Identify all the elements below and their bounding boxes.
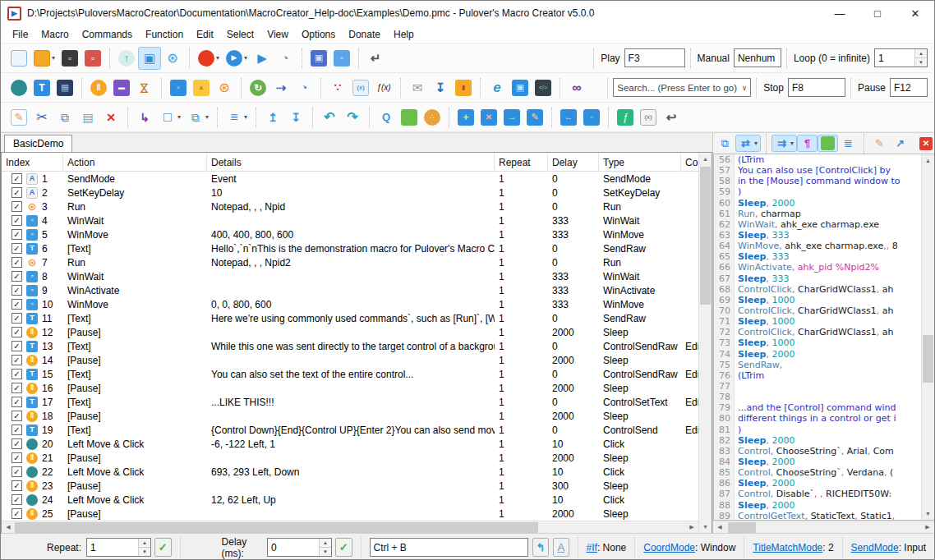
gui-window-button[interactable]: ▣ bbox=[509, 76, 532, 99]
row-checkbox[interactable]: ✓ bbox=[12, 257, 22, 268]
play-hotkey-input[interactable] bbox=[624, 48, 685, 67]
table-row[interactable]: ✓T17[Text]...LIKE THIS!!!10ControlSetTex… bbox=[2, 395, 698, 409]
export-macro-button[interactable]: ↑ bbox=[115, 47, 138, 70]
keyboard-button[interactable]: ▦ bbox=[53, 76, 76, 99]
row-checkbox[interactable]: ✓ bbox=[12, 173, 22, 184]
email-button[interactable]: ✉ bbox=[406, 76, 429, 99]
delete-button[interactable]: ✕ bbox=[99, 106, 122, 129]
loop-input[interactable] bbox=[875, 49, 914, 67]
table-row[interactable]: ✓T13[Text]While this one was sent direct… bbox=[2, 339, 698, 353]
window-command-button[interactable]: ▫ bbox=[167, 76, 190, 99]
status-link-titlematchmode[interactable]: TitleMatchMode bbox=[753, 542, 822, 553]
variables-lock-button[interactable]: (x) bbox=[637, 106, 660, 129]
wrap-lines-button[interactable]: ≣ bbox=[838, 135, 859, 152]
row-checkbox[interactable]: ✓ bbox=[12, 369, 22, 379]
table-row[interactable]: ✓‖21[Pause]12000Sleep bbox=[2, 451, 698, 465]
function-button[interactable]: ƒ(x) bbox=[372, 76, 395, 99]
row-checkbox[interactable]: ✓ bbox=[12, 508, 22, 519]
row-checkbox[interactable]: ✓ bbox=[12, 271, 22, 282]
palette-button[interactable]: ∴ bbox=[421, 106, 444, 129]
show-comments-button[interactable] bbox=[818, 135, 838, 152]
row-checkbox[interactable]: ✓ bbox=[12, 494, 22, 505]
table-row[interactable]: ✓⊛3RunNotepad, , , Npid10Run bbox=[2, 200, 698, 213]
dropdown-caret-icon[interactable]: ▾ bbox=[790, 140, 794, 147]
column-header-type[interactable]: Type bbox=[599, 153, 681, 172]
apply-repeat-button[interactable]: ✓ bbox=[154, 538, 172, 557]
table-row[interactable]: ✓‖16[Pause]12000Sleep bbox=[2, 381, 698, 395]
table-horizontal-scrollbar[interactable]: ◀ ▶ bbox=[2, 521, 698, 533]
code-panel-close-button[interactable]: ✕ bbox=[919, 137, 933, 150]
loop-spin-buttons[interactable]: ▲ ▼ bbox=[914, 49, 927, 67]
table-row[interactable]: ✓▫8WinWait1333WinWait bbox=[2, 269, 698, 283]
row-checkbox[interactable]: ✓ bbox=[12, 313, 22, 324]
window-back-button[interactable]: ← bbox=[557, 106, 580, 129]
chevron-down-icon[interactable]: ∨ bbox=[742, 84, 748, 92]
if-else-button[interactable]: ∵ bbox=[326, 76, 349, 99]
scroll-down-icon[interactable]: ▼ bbox=[922, 507, 934, 520]
repeat-input[interactable] bbox=[87, 539, 138, 556]
dropdown-caret-icon[interactable]: ▾ bbox=[52, 54, 55, 62]
text-hotkey-button[interactable]: A bbox=[553, 538, 569, 557]
restore-button[interactable]: ↩ bbox=[660, 106, 683, 129]
code-area[interactable]: 56(LTrim57You can also use [ControlClick… bbox=[714, 154, 921, 520]
scroll-up-icon[interactable]: ▲ bbox=[699, 153, 712, 165]
minimize-button[interactable]: — bbox=[821, 1, 859, 25]
image-search-button[interactable]: ▲ bbox=[190, 76, 213, 99]
table-row[interactable]: ✓▫10WinMove0, 0, 800, 6001333WinMove bbox=[2, 297, 698, 311]
repeat-spinner[interactable]: ▲ ▼ bbox=[86, 538, 151, 557]
send-keys-button[interactable]: ↵ bbox=[364, 47, 387, 70]
dropdown-caret-icon[interactable]: ▾ bbox=[205, 113, 209, 121]
table-row[interactable]: ✓20Left Move & Click-6, -122 Left, 1110C… bbox=[2, 437, 698, 451]
row-checkbox[interactable]: ✓ bbox=[12, 243, 22, 254]
redo-button[interactable]: ↷ bbox=[341, 106, 364, 129]
scroll-down-icon[interactable]: ▼ bbox=[699, 521, 712, 533]
search-combo[interactable]: Search... (Press Enter to go) ∨ bbox=[613, 78, 751, 97]
dropdown-caret-icon[interactable]: ▾ bbox=[244, 113, 247, 121]
column-header-delay[interactable]: Delay bbox=[548, 153, 599, 172]
table-row[interactable]: ✓‖25[Pause]12000Sleep bbox=[2, 507, 698, 521]
table-row[interactable]: ✓T15[Text]You can also set the text of t… bbox=[2, 367, 698, 381]
duplicate-rows-button[interactable]: ⧉▾ bbox=[184, 106, 212, 129]
code-horizontal-scrollbar[interactable]: ◀ ▶ bbox=[713, 521, 934, 533]
table-row[interactable]: ✓‖12[Pause]12000Sleep bbox=[2, 325, 698, 339]
row-checkbox[interactable]: ✓ bbox=[12, 341, 22, 351]
message-button[interactable]: ▬ bbox=[110, 76, 133, 99]
dropdown-caret-icon[interactable]: ▾ bbox=[216, 54, 219, 62]
hotstrings-button[interactable]: ƒ bbox=[614, 106, 637, 129]
table-row[interactable]: ✓⊛7RunNotepad, , , Npid210Run bbox=[2, 255, 698, 269]
dropdown-caret-icon[interactable]: ▾ bbox=[754, 140, 758, 147]
file-install-button[interactable]: ▮ bbox=[452, 76, 475, 99]
play-button[interactable]: ▶ bbox=[251, 47, 274, 70]
row-checkbox[interactable]: ✓ bbox=[12, 438, 22, 449]
table-row[interactable]: ✓▫5WinMove400, 400, 800, 6001333WinMove bbox=[2, 227, 698, 241]
menu-item-function[interactable]: Function bbox=[139, 25, 190, 44]
scroll-right-icon[interactable]: ▶ bbox=[921, 521, 934, 534]
close-button[interactable]: ✕ bbox=[896, 1, 934, 25]
move-rows-button[interactable]: ↳ bbox=[133, 106, 156, 129]
edit-row-button[interactable]: ✎ bbox=[7, 106, 30, 129]
scroll-left-icon[interactable]: ◀ bbox=[713, 521, 726, 534]
menu-item-options[interactable]: Options bbox=[295, 25, 342, 44]
window-remove-button[interactable]: ✕ bbox=[477, 106, 500, 129]
menu-item-help[interactable]: Help bbox=[387, 25, 421, 44]
window-add-button[interactable]: + bbox=[454, 106, 477, 129]
new-file-button[interactable] bbox=[7, 47, 30, 70]
row-checkbox[interactable]: ✓ bbox=[12, 397, 22, 407]
menu-item-commands[interactable]: Commands bbox=[76, 25, 139, 44]
spin-down-icon[interactable]: ▼ bbox=[915, 58, 927, 67]
timer-button[interactable]: ◔ bbox=[292, 76, 316, 99]
window-save-button[interactable]: ▫ bbox=[580, 106, 603, 129]
row-checkbox[interactable]: ✓ bbox=[12, 452, 22, 463]
row-checkbox[interactable]: ✓ bbox=[12, 383, 22, 393]
window-run-button[interactable]: → bbox=[500, 106, 523, 129]
move-bottom-button[interactable]: ↧ bbox=[284, 106, 307, 129]
table-row[interactable]: ✓A1SendModeEvent10SendMode bbox=[2, 172, 698, 186]
repeat-button[interactable]: ↻ bbox=[246, 76, 269, 99]
row-checkbox[interactable]: ✓ bbox=[12, 285, 22, 296]
pause-button[interactable]: ‖ bbox=[87, 76, 110, 99]
sync-code-button[interactable]: ⇄▾ bbox=[735, 135, 761, 152]
scroll-up-icon[interactable]: ▲ bbox=[922, 154, 934, 167]
variable-button[interactable]: (x) bbox=[349, 76, 372, 99]
maximize-button[interactable]: □ bbox=[859, 1, 896, 25]
record-button[interactable]: ▾ bbox=[195, 47, 223, 70]
